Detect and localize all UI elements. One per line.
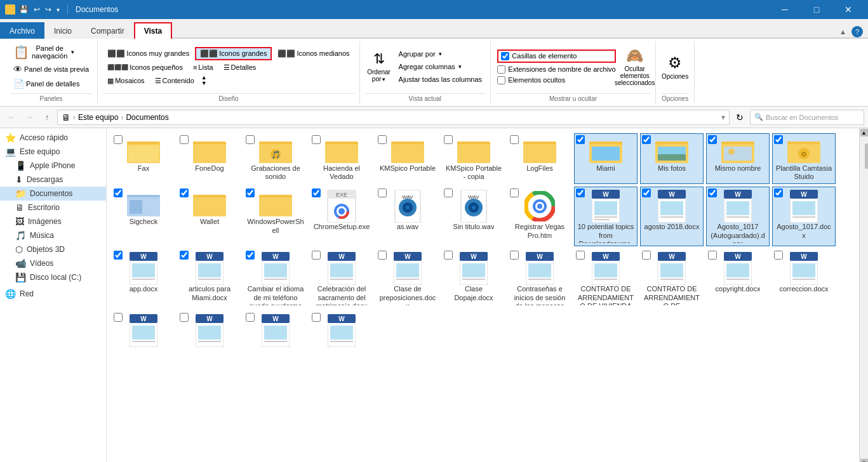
iconos-medianos-btn[interactable]: ⬛⬛ Iconos medianos xyxy=(273,48,354,60)
file-item-logfiles[interactable]: LogFiles xyxy=(508,133,571,184)
tab-inicio[interactable]: Inicio xyxy=(44,22,81,39)
file-item-articulos[interactable]: W articulos para Miami.docx xyxy=(178,249,241,308)
minimize-button[interactable]: ─ xyxy=(770,0,799,19)
up-button[interactable]: ↑ xyxy=(39,110,55,125)
file-item-sintitulo[interactable]: WAV Sin titulo.wav xyxy=(442,187,505,246)
sidebar-item-musica[interactable]: 🎵 Música xyxy=(0,228,106,242)
forward-button[interactable]: → xyxy=(22,110,37,125)
file-item-cambiar-idioma[interactable]: W Cambiar el idioma de mi teléfono puede… xyxy=(244,249,307,308)
file-checkbox-doc1[interactable] xyxy=(114,313,123,322)
ribbon-help[interactable]: ? xyxy=(851,26,863,37)
details-panel-button[interactable]: 📄 Panel de detalles xyxy=(10,77,83,91)
file-checkbox-wallet[interactable] xyxy=(180,188,189,197)
casillas-elemento-label[interactable]: Casillas de elemento xyxy=(501,52,577,60)
file-checkbox-doc4[interactable] xyxy=(312,313,321,322)
quick-dropdown[interactable]: ▾ xyxy=(57,6,60,13)
file-checkbox-contrasenas[interactable] xyxy=(510,251,519,260)
file-item-hacienda[interactable]: Hacienda el Vedado xyxy=(310,133,373,184)
extensiones-checkbox[interactable] xyxy=(497,65,505,74)
refresh-button[interactable]: ↻ xyxy=(732,110,747,125)
opciones-btn[interactable]: ⚙ Opciones xyxy=(661,49,689,84)
iconos-muy-grandes-btn[interactable]: ⬛⬛ Iconos muy grandes xyxy=(103,48,194,60)
maximize-button[interactable]: □ xyxy=(802,0,831,19)
file-checkbox-misfotos[interactable] xyxy=(642,135,651,144)
detalles-btn[interactable]: ☰ Detalles xyxy=(219,62,261,74)
file-checkbox-sintitulo[interactable] xyxy=(444,188,453,197)
file-item-kmspico-copia[interactable]: KMSpico Portable - copia xyxy=(442,133,505,184)
file-checkbox-contrato-menores[interactable] xyxy=(576,251,585,260)
nav-panel-button[interactable]: 📋 Panel denavegación ▾ xyxy=(10,43,77,62)
file-item-mismonombre[interactable]: Mismo nombre xyxy=(706,133,770,184)
file-item-contrato-vivienda[interactable]: W CONTRATO DE ARRENDAMIENTO DE VIVIENDA.… xyxy=(640,249,704,308)
file-checkbox-articulos[interactable] xyxy=(180,251,189,260)
ocultar-elementos-btn[interactable]: 🙈 Ocultar elementosseleccionados xyxy=(621,49,649,84)
ajustar-columnas-btn[interactable]: Ajustar todas las columnas xyxy=(396,74,485,85)
file-item-aswav[interactable]: WAV as.wav xyxy=(376,187,439,246)
file-checkbox-celebracion[interactable] xyxy=(312,251,321,260)
agregar-columnas-btn[interactable]: Agregar columnas ▾ xyxy=(396,61,485,72)
file-item-celebracion[interactable]: W Celebración del sacramento del matrimo… xyxy=(310,249,373,308)
file-item-contrasenas[interactable]: W Contraseñas e inicios de sesión de las… xyxy=(508,249,571,308)
file-item-doc1[interactable]: W xyxy=(112,311,175,350)
file-item-grabaciones[interactable]: 🎵 Grabaciones de sonido xyxy=(244,133,307,184)
path-este-equipo[interactable]: Este equipo xyxy=(78,113,118,122)
file-item-fax[interactable]: Fax xyxy=(112,133,175,184)
casillas-elemento-checkbox-container[interactable]: Casillas de elemento xyxy=(497,50,615,63)
file-checkbox-contrato-vivienda[interactable] xyxy=(642,251,651,260)
file-item-agosto1017auto[interactable]: W Agosto_1017 (Autoguardado).docx xyxy=(706,187,770,246)
iconos-grandes-btn[interactable]: ⬛⬛ Iconos grandes xyxy=(195,47,272,60)
file-item-kmspico[interactable]: KMSpico Portable xyxy=(376,133,439,184)
file-item-powershell[interactable]: WindowsPowerShell xyxy=(244,187,307,246)
back-button[interactable]: ← xyxy=(4,110,19,125)
sidebar-item-escritorio[interactable]: 🖥 Escritorio xyxy=(0,201,106,214)
file-checkbox-kmspico-copia[interactable] xyxy=(444,135,453,144)
sidebar-item-objetos3d[interactable]: ⬡ Objetos 3D xyxy=(0,242,106,256)
file-checkbox-correccion[interactable] xyxy=(774,251,783,260)
file-checkbox-aswav[interactable] xyxy=(378,188,387,197)
file-checkbox-doc3[interactable] xyxy=(246,313,255,322)
address-path[interactable]: 🖥 › Este equipo › Documentos ▾ xyxy=(57,110,730,125)
file-checkbox-powershell[interactable] xyxy=(246,188,255,197)
sidebar-item-documentos[interactable]: 📁 Documentos xyxy=(0,187,106,201)
file-checkbox-sigcheck[interactable] xyxy=(114,188,123,197)
file-item-miami[interactable]: Miami xyxy=(574,133,638,184)
sidebar-item-apple-iphone[interactable]: 📱 Apple iPhone xyxy=(0,159,106,173)
quick-save[interactable]: 💾 xyxy=(19,5,29,14)
lista-btn[interactable]: ≡ Lista xyxy=(189,62,218,73)
file-item-doc3[interactable]: W xyxy=(244,311,307,350)
sidebar-item-este-equipo[interactable]: 💻 Este equipo xyxy=(0,145,106,159)
sidebar-item-disco-local[interactable]: 💾 Disco local (C:) xyxy=(0,270,106,284)
file-checkbox-plantilla[interactable] xyxy=(774,135,783,144)
quick-redo[interactable]: ↪ xyxy=(45,5,51,14)
path-documentos[interactable]: Documentos xyxy=(126,113,168,122)
file-item-fonedog[interactable]: FoneDog xyxy=(178,133,241,184)
sidebar-item-red[interactable]: 🌐 Red xyxy=(0,287,106,301)
path-dropdown[interactable]: ▾ xyxy=(721,113,725,122)
file-item-contrato-menores[interactable]: W CONTRATO DE ARRENDAMIENTO DE VIVIENDA … xyxy=(574,249,638,308)
close-button[interactable]: ✕ xyxy=(834,0,863,19)
file-item-copyright[interactable]: W copyright.docx xyxy=(706,249,770,308)
file-checkbox-grabaciones[interactable] xyxy=(246,135,255,144)
ordenar-por-btn[interactable]: ⇅ Ordenarpor▾ xyxy=(365,49,393,84)
file-item-agosto1017[interactable]: W Agosto_1017.docx xyxy=(772,187,836,246)
file-item-10potential[interactable]: W 10 potential topics from Downloadsourc… xyxy=(574,187,638,246)
file-checkbox-10potential[interactable] xyxy=(576,188,585,197)
file-checkbox-clase-preposiciones[interactable] xyxy=(378,251,387,260)
sidebar-item-descargas[interactable]: ⬇ Descargas xyxy=(0,173,106,187)
file-item-chromesetup[interactable]: EXE ChromeSetup.exe xyxy=(310,187,373,246)
sidebar-item-acceso-rapido[interactable]: ⭐ Acceso rápido xyxy=(0,131,106,145)
contenido-btn[interactable]: ☰ Contenido xyxy=(150,75,199,87)
file-checkbox-kmspico[interactable] xyxy=(378,135,387,144)
file-item-registrar-vegas[interactable]: Registrar Vegas Pro.htm xyxy=(508,187,571,246)
file-checkbox-agosto2018[interactable] xyxy=(642,188,651,197)
file-checkbox-clase-dopaje[interactable] xyxy=(444,251,453,260)
file-item-wallet[interactable]: Wallet xyxy=(178,187,241,246)
file-checkbox-copyright[interactable] xyxy=(708,251,717,260)
preview-panel-button[interactable]: 👁 Panel de vista previa xyxy=(10,62,92,76)
file-item-plantilla[interactable]: ⚙ Plantilla Camtasia Stuido xyxy=(772,133,836,184)
quick-undo[interactable]: ↩ xyxy=(34,5,40,14)
tab-vista[interactable]: Vista xyxy=(134,22,172,39)
tab-archivo[interactable]: Archivo xyxy=(0,22,44,39)
sidebar-item-videos[interactable]: 📹 Vídeos xyxy=(0,256,106,270)
mosaicos-btn[interactable]: ▦ Mosaicos xyxy=(103,75,149,87)
